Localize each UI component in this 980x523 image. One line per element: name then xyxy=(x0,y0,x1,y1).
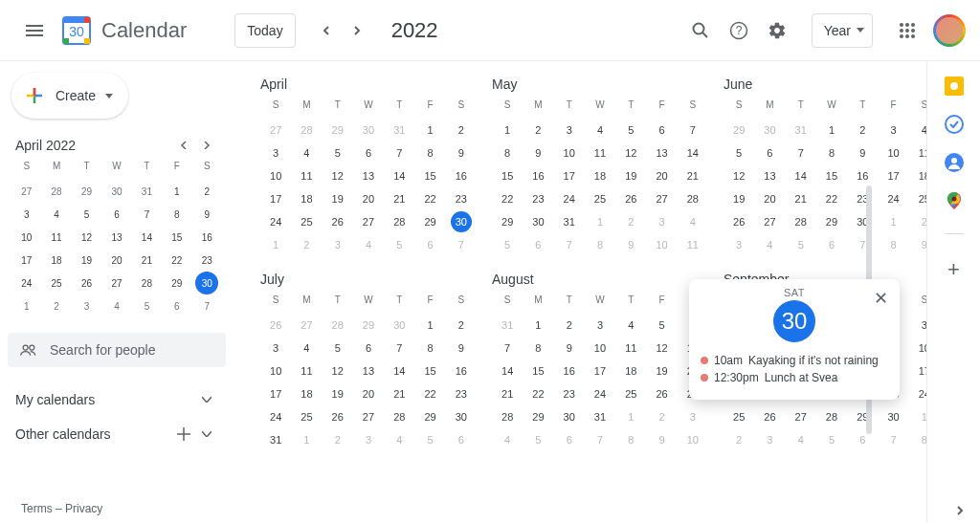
month-day[interactable]: 18 xyxy=(615,360,646,382)
mini-next-month[interactable] xyxy=(195,134,218,157)
month-day[interactable]: 29 xyxy=(847,405,878,428)
month-day[interactable]: 6 xyxy=(816,233,847,256)
month-day[interactable]: 3 xyxy=(646,210,677,233)
month-day[interactable]: 9 xyxy=(446,142,477,164)
month-day[interactable]: 19 xyxy=(646,360,677,382)
month-day[interactable]: 16 xyxy=(523,164,553,187)
month-day[interactable]: 6 xyxy=(414,233,445,256)
month-day[interactable]: 3 xyxy=(353,428,384,451)
month-day[interactable]: 7 xyxy=(786,142,816,164)
month-day[interactable]: 26 xyxy=(323,210,353,233)
mini-day[interactable]: 20 xyxy=(101,249,131,272)
month-day[interactable]: 27 xyxy=(754,210,785,233)
month-day[interactable]: 6 xyxy=(646,119,677,142)
month-day[interactable]: 10 xyxy=(260,164,291,187)
month-day[interactable]: 3 xyxy=(878,119,908,142)
month-day[interactable]: 11 xyxy=(291,360,322,382)
tasks-app-icon[interactable] xyxy=(945,115,964,134)
month-day[interactable]: 22 xyxy=(816,187,847,210)
mini-day[interactable]: 3 xyxy=(11,203,41,226)
month-day[interactable]: 19 xyxy=(323,382,353,405)
month-day[interactable]: 31 xyxy=(492,314,523,337)
month-day[interactable]: 10 xyxy=(909,337,926,360)
month-day[interactable]: 5 xyxy=(323,142,353,164)
month-day[interactable]: 28 xyxy=(291,119,322,142)
month-day[interactable]: 24 xyxy=(585,382,615,405)
month-day[interactable]: 14 xyxy=(678,142,708,164)
month-day[interactable]: 14 xyxy=(492,360,523,382)
month-day[interactable]: 5 xyxy=(523,428,553,451)
month-day[interactable]: 5 xyxy=(414,428,445,451)
month-day[interactable]: 2 xyxy=(554,314,585,337)
create-button[interactable]: Create xyxy=(11,73,128,119)
month-day[interactable]: 29 xyxy=(523,405,553,428)
mini-day[interactable]: 11 xyxy=(41,226,71,249)
month-day[interactable]: 11 xyxy=(585,142,615,164)
month-day[interactable]: 16 xyxy=(446,164,477,187)
prev-period-button[interactable] xyxy=(311,15,342,46)
mini-day[interactable]: 22 xyxy=(162,249,191,272)
mini-day[interactable]: 28 xyxy=(132,272,162,294)
mini-day[interactable]: 30 xyxy=(192,272,222,294)
month-day[interactable]: 25 xyxy=(909,187,926,210)
get-addons-button[interactable]: + xyxy=(947,257,960,282)
month-day[interactable]: 18 xyxy=(585,164,615,187)
month-day[interactable]: 20 xyxy=(353,382,384,405)
month-day[interactable]: 4 xyxy=(754,233,785,256)
month-day[interactable]: 3 xyxy=(323,233,353,256)
today-button[interactable]: Today xyxy=(234,13,295,48)
month-day[interactable]: 2 xyxy=(615,210,646,233)
month-day[interactable]: 3 xyxy=(554,119,585,142)
month-day[interactable]: 3 xyxy=(260,142,291,164)
month-day[interactable]: 23 xyxy=(847,187,878,210)
month-day[interactable]: 28 xyxy=(384,405,414,428)
mini-day[interactable]: 14 xyxy=(132,226,162,249)
month-day[interactable]: 17 xyxy=(909,360,926,382)
add-calendar-button[interactable] xyxy=(172,423,195,446)
menu-button[interactable] xyxy=(15,11,54,50)
month-day[interactable]: 29 xyxy=(724,119,754,142)
month-day[interactable]: 7 xyxy=(678,119,708,142)
month-day[interactable]: 1 xyxy=(816,119,847,142)
month-day[interactable]: 28 xyxy=(816,405,847,428)
month-day[interactable]: 2 xyxy=(646,405,677,428)
month-day[interactable]: 5 xyxy=(615,119,646,142)
month-day[interactable]: 6 xyxy=(353,337,384,360)
month-day[interactable]: 10 xyxy=(678,428,708,451)
month-day[interactable]: 21 xyxy=(492,382,523,405)
month-day[interactable]: 11 xyxy=(615,337,646,360)
search-people-input[interactable]: Search for people xyxy=(8,333,226,367)
mini-day[interactable]: 3 xyxy=(72,294,101,317)
month-day[interactable]: 12 xyxy=(646,337,677,360)
month-day[interactable]: 27 xyxy=(291,314,322,337)
month-day[interactable]: 4 xyxy=(585,119,615,142)
month-day[interactable]: 5 xyxy=(492,233,523,256)
month-day[interactable]: 11 xyxy=(291,164,322,187)
month-day[interactable]: 21 xyxy=(384,187,414,210)
month-day[interactable]: 9 xyxy=(847,142,878,164)
popup-date[interactable]: 30 xyxy=(773,300,815,342)
my-calendars-toggle[interactable]: My calendars xyxy=(8,382,226,417)
month-day[interactable]: 30 xyxy=(523,210,553,233)
mini-day[interactable]: 7 xyxy=(192,294,222,317)
month-day[interactable]: 5 xyxy=(724,142,754,164)
mini-day[interactable]: 5 xyxy=(132,294,162,317)
google-apps-button[interactable] xyxy=(888,11,926,50)
mini-day[interactable]: 29 xyxy=(72,180,101,203)
mini-day[interactable]: 21 xyxy=(132,249,162,272)
month-day[interactable]: 22 xyxy=(414,187,445,210)
month-day[interactable]: 26 xyxy=(724,210,754,233)
month-day[interactable]: 8 xyxy=(492,142,523,164)
mini-day[interactable]: 15 xyxy=(162,226,191,249)
month-day[interactable]: 12 xyxy=(323,164,353,187)
month-day[interactable]: 3 xyxy=(585,314,615,337)
month-day[interactable]: 21 xyxy=(384,382,414,405)
month-day[interactable]: 4 xyxy=(615,314,646,337)
popup-close-button[interactable]: ✕ xyxy=(869,287,892,310)
month-day[interactable]: 29 xyxy=(414,210,445,233)
month-day[interactable]: 26 xyxy=(260,314,291,337)
month-day[interactable]: 25 xyxy=(615,382,646,405)
month-day[interactable]: 1 xyxy=(291,428,322,451)
month-day[interactable]: 4 xyxy=(384,428,414,451)
month-day[interactable]: 20 xyxy=(353,187,384,210)
